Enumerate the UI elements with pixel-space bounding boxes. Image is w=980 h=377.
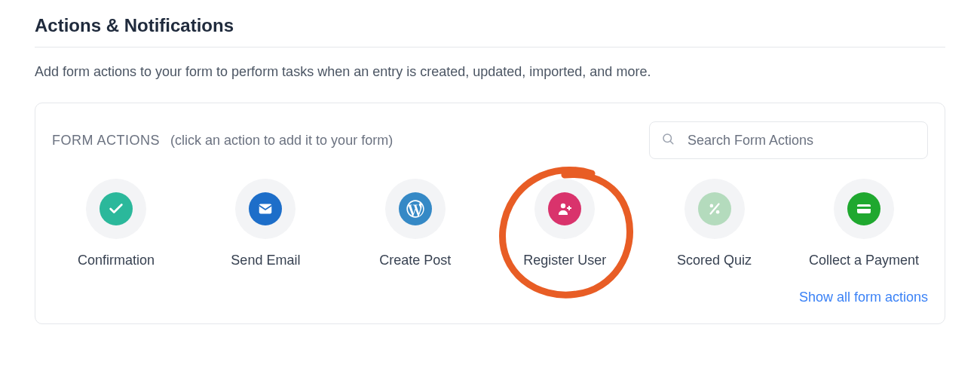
checkmark-icon <box>100 192 133 225</box>
action-scored-quiz[interactable]: Scored Quiz <box>658 179 771 268</box>
action-label: Register User <box>523 253 606 268</box>
panel-hint: (click an action to add it to your form) <box>170 133 393 149</box>
search-input[interactable] <box>649 121 928 159</box>
action-label: Create Post <box>379 253 451 268</box>
icon-bg <box>86 179 146 239</box>
credit-card-icon <box>847 192 880 225</box>
svg-point-8 <box>715 210 719 214</box>
action-label: Collect a Payment <box>809 253 919 268</box>
action-send-email[interactable]: Send Email <box>209 179 322 268</box>
action-label: Send Email <box>231 253 300 268</box>
action-label: Confirmation <box>78 253 155 268</box>
action-create-post[interactable]: Create Post <box>359 179 472 268</box>
svg-rect-10 <box>857 207 871 209</box>
panel-header: FORM ACTIONS (click an action to add it … <box>52 121 928 159</box>
divider <box>35 47 945 48</box>
panel-section-title: FORM ACTIONS <box>52 133 160 149</box>
show-all-wrap: Show all form actions <box>52 290 928 305</box>
svg-line-1 <box>670 141 672 143</box>
page-title: Actions & Notifications <box>35 0 945 47</box>
actions-row: Confirmation Send Email <box>52 179 928 268</box>
action-label: Scored Quiz <box>677 253 752 268</box>
icon-bg <box>684 179 745 239</box>
icon-bg <box>235 179 296 239</box>
svg-point-0 <box>663 134 672 143</box>
show-all-link[interactable]: Show all form actions <box>799 290 928 305</box>
percent-icon <box>698 192 731 225</box>
action-register-user[interactable]: Register User <box>508 179 621 268</box>
icon-bg <box>534 179 595 239</box>
search-wrap <box>649 121 928 159</box>
page-subtitle: Add form actions to your form to perform… <box>35 64 945 80</box>
search-icon <box>661 132 675 149</box>
svg-point-7 <box>709 204 713 208</box>
form-actions-panel: FORM ACTIONS (click an action to add it … <box>35 103 945 324</box>
action-confirmation[interactable]: Confirmation <box>60 179 173 268</box>
action-collect-payment[interactable]: Collect a Payment <box>807 179 920 268</box>
icon-bg <box>834 179 894 239</box>
icon-bg <box>385 179 446 239</box>
wordpress-icon <box>399 192 432 225</box>
user-add-icon <box>548 192 581 225</box>
envelope-icon <box>249 192 282 225</box>
svg-point-3 <box>561 204 565 208</box>
